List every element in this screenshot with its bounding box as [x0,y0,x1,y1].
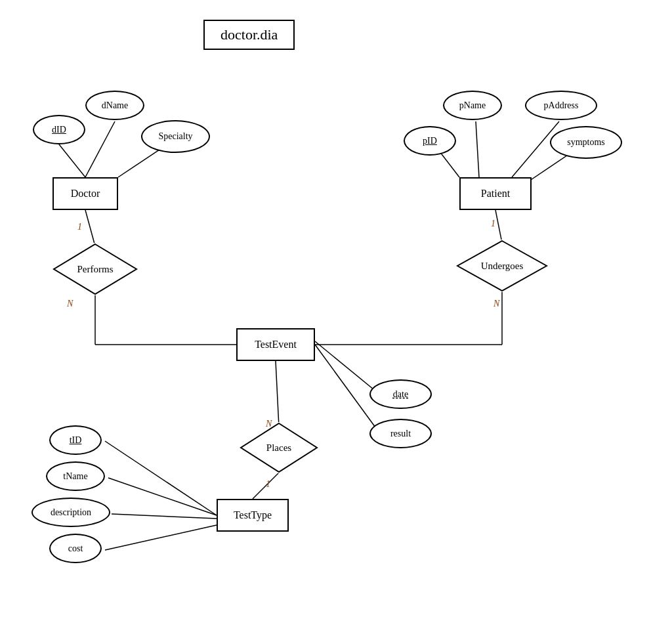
svg-line-17 [105,441,217,515]
svg-line-20 [105,525,217,550]
attr-description: description [32,498,110,527]
attr-date: date [369,379,432,409]
attr-result: result [369,419,432,448]
attr-pname: pName [443,91,502,120]
relationship-places: Places [240,422,318,473]
relationship-performs: Performs [52,243,138,295]
attr-pid: pID [404,126,456,156]
svg-line-7 [85,210,95,246]
svg-line-18 [108,478,217,515]
entity-testtype: TestType [217,499,289,532]
cardinality-undergoes-n: N [494,299,499,309]
er-diagram: doctor.dia Doctor Patient TestEvent Test… [0,0,672,617]
svg-line-1 [85,121,115,177]
svg-line-4 [476,121,479,177]
attr-dname: dName [85,91,144,120]
entity-doctor: Doctor [52,177,118,210]
attr-specialty: Specialty [141,120,210,153]
cardinality-undergoes-1: 1 [491,219,495,229]
svg-line-13 [315,341,381,395]
cardinality-places-n: N [266,419,272,429]
attr-symptoms: symptoms [550,126,622,159]
attr-paddress: pAddress [525,91,597,120]
relationship-undergoes: Undergoes [456,240,548,292]
attr-did: dID [33,115,85,144]
cardinality-performs-1: 1 [77,222,82,232]
entity-patient: Patient [459,177,532,210]
entity-testevent: TestEvent [236,328,315,361]
svg-line-10 [495,210,502,243]
svg-line-19 [112,514,217,519]
cardinality-places-1: 1 [266,479,270,490]
cardinality-performs-n: N [67,299,73,309]
svg-line-0 [59,144,85,177]
diagram-title: doctor.dia [203,20,295,50]
attr-tname: tName [46,461,105,491]
svg-line-5 [512,121,559,177]
attr-tid: tID [49,425,102,455]
svg-line-15 [276,361,279,427]
attr-cost: cost [49,534,102,563]
